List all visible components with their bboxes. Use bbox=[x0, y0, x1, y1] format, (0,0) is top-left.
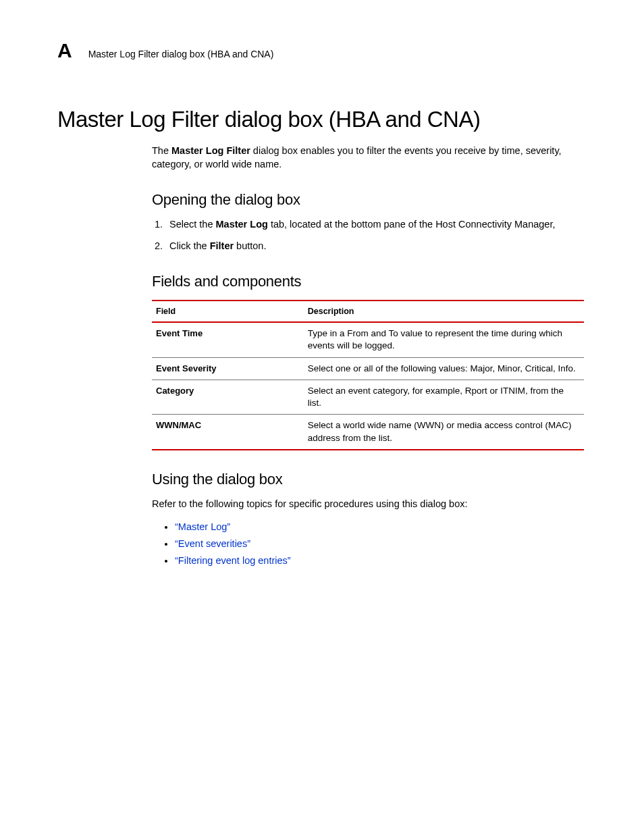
link-master-log[interactable]: “Master Log” bbox=[175, 521, 230, 532]
intro-pre: The bbox=[152, 145, 171, 156]
col-field: Field bbox=[152, 301, 304, 322]
link-filtering-entries[interactable]: “Filtering event log entries” bbox=[175, 555, 291, 566]
link-event-severities[interactable]: “Event severities” bbox=[175, 538, 250, 549]
using-intro: Refer to the following topics for specif… bbox=[152, 498, 584, 511]
table-header-row: Field Description bbox=[152, 301, 584, 322]
field-desc: Type in a From and To value to represent… bbox=[304, 322, 584, 357]
table-row: Category Select an event category, for e… bbox=[152, 380, 584, 414]
field-name: WWN/MAC bbox=[152, 415, 304, 450]
page-title: Master Log Filter dialog box (HBA and CN… bbox=[57, 107, 591, 132]
col-description: Description bbox=[304, 301, 584, 322]
fields-heading: Fields and components bbox=[152, 273, 584, 290]
opening-steps: Select the Master Log tab, located at th… bbox=[152, 218, 584, 253]
running-title: Master Log Filter dialog box (HBA and CN… bbox=[88, 49, 274, 59]
table-row: Event Severity Select one or all of the … bbox=[152, 357, 584, 380]
using-heading: Using the dialog box bbox=[152, 471, 584, 488]
appendix-letter: A bbox=[57, 41, 72, 61]
field-name: Event Severity bbox=[152, 357, 304, 380]
intro-bold: Master Log Filter bbox=[171, 145, 250, 156]
step-2: Click the Filter button. bbox=[165, 240, 584, 253]
list-item: “Filtering event log entries” bbox=[175, 554, 584, 568]
field-name: Category bbox=[152, 380, 304, 414]
table-row: WWN/MAC Select a world wide name (WWN) o… bbox=[152, 415, 584, 450]
fields-table: Field Description Event Time Type in a F… bbox=[152, 300, 584, 450]
field-desc: Select a world wide name (WWN) or media … bbox=[304, 415, 584, 450]
table-row: Event Time Type in a From and To value t… bbox=[152, 322, 584, 357]
intro-paragraph: The Master Log Filter dialog box enables… bbox=[152, 145, 584, 171]
opening-heading: Opening the dialog box bbox=[152, 191, 584, 209]
related-links: “Master Log” “Event severities” “Filteri… bbox=[152, 520, 584, 568]
list-item: “Event severities” bbox=[175, 537, 584, 551]
step-1: Select the Master Log tab, located at th… bbox=[165, 218, 584, 232]
running-header: A Master Log Filter dialog box (HBA and … bbox=[57, 41, 591, 61]
field-desc: Select an event category, for example, R… bbox=[304, 380, 584, 414]
list-item: “Master Log” bbox=[175, 520, 584, 534]
field-name: Event Time bbox=[152, 322, 304, 357]
field-desc: Select one or all of the following value… bbox=[304, 357, 584, 380]
